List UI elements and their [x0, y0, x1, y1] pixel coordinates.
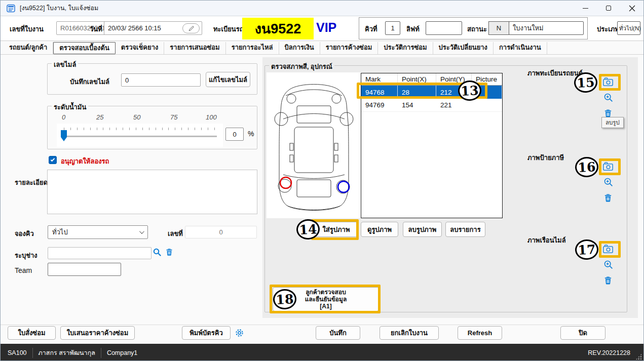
statusbar-user-name: ภาสกร สราพัฒนากุล	[39, 348, 95, 358]
plate-label: ทะเบียนรถ	[213, 24, 244, 34]
fuel-tick-0: 0	[62, 113, 65, 121]
tab-tire-check[interactable]: ตรวจเช็คยาง	[116, 42, 165, 54]
status-bar: SA100 ภาสกร สราพัฒนากุล Company1 REV.202…	[1, 344, 643, 361]
trash-icon	[603, 275, 613, 286]
queue-label: คิวที่	[365, 24, 377, 34]
resize-grip[interactable]	[635, 353, 642, 360]
tab-pending-repairs[interactable]: รายการค้างซ่อม	[320, 42, 378, 54]
annotation-box-16	[599, 158, 621, 175]
mechanic-clear-button[interactable]	[165, 248, 174, 257]
view-picture-button[interactable]: ดูรูปภาพ	[361, 222, 398, 237]
lift-field[interactable]	[426, 21, 462, 35]
mechanic-search-button[interactable]	[153, 248, 162, 257]
statusbar-revision: REV.20221228	[588, 349, 630, 356]
delete-picture-button[interactable]: ลบรูปภาพ	[403, 222, 442, 237]
zoom-button[interactable]	[602, 258, 615, 271]
delete-item-button[interactable]: ลบรายการ	[445, 222, 485, 237]
minimize-button[interactable]	[574, 1, 597, 16]
queue-booking-select[interactable]: ทั่วไป	[48, 225, 148, 239]
fuel-slider[interactable]	[57, 124, 223, 147]
detail-textarea[interactable]	[47, 170, 257, 214]
lift-label: ลิฟท์	[406, 24, 420, 34]
pencil-icon	[188, 25, 195, 32]
photo-plate-label: ภาพทะเบียนรถยนต์	[527, 68, 583, 78]
zoom-button[interactable]	[602, 176, 615, 188]
print-settings-button[interactable]	[234, 328, 245, 338]
save-button[interactable]: บันทึก	[316, 326, 360, 340]
zoom-button[interactable]	[602, 91, 615, 104]
checkmark-icon	[51, 157, 55, 161]
date-edit-button[interactable]	[182, 23, 200, 33]
close-button[interactable]	[620, 1, 643, 16]
tab-operations[interactable]: การดำเนินงาน	[494, 42, 547, 54]
type-field[interactable]: ทั่วไป(N)	[617, 21, 640, 35]
team-label: Team	[15, 266, 32, 274]
minimize-icon	[583, 8, 588, 9]
allow-test-drive-label: อนุญาตให้ลองรถ	[61, 156, 109, 167]
queue-booking-label: จองคิว	[15, 228, 34, 239]
header-bar: เลขที่ใบงาน R01660320001 วันที่ 20/03/ 2…	[1, 16, 643, 41]
vip-badge: VIP	[316, 20, 336, 35]
annotation-box-15	[599, 74, 621, 91]
chevron-down-icon	[139, 229, 144, 234]
refresh-button[interactable]: Refresh	[458, 326, 502, 340]
title-bar: [งน9522] ใบงาน, ใบแจ้งซ่อม	[1, 1, 643, 16]
fuel-slider-track[interactable]	[63, 136, 217, 137]
status-label: สถานะ	[467, 24, 487, 34]
detail-label: รายละเอียด	[15, 177, 48, 188]
car-top-view-icon	[267, 72, 361, 218]
tab-billing[interactable]: บิลการเงิน	[279, 42, 320, 54]
delete-photo-button[interactable]	[602, 274, 615, 287]
fuel-value-field[interactable]: 0	[225, 128, 244, 141]
footer-separator	[1, 325, 643, 325]
tab-initial-inspection[interactable]: ตรวจสอบเบื้องต้น	[53, 42, 116, 54]
mileage-record-label: บันทึกเลขไมล์	[70, 76, 109, 87]
mechanic-field[interactable]	[48, 247, 151, 259]
cell-point-y: 221	[436, 99, 472, 111]
tab-tire-change-history[interactable]: ประวัติเปลี่ยนยาง	[433, 42, 494, 54]
statusbar-separator	[32, 348, 33, 358]
edit-mileage-button[interactable]: แก้ไขเลขไมล์	[206, 72, 250, 87]
quote-pending-button[interactable]: ใบเสนอราคาค้างซ่อม	[60, 326, 135, 340]
cell-mark: 94769	[361, 99, 398, 111]
photo-odometer-label: ภาพเรือนไมล์	[527, 235, 566, 246]
window-title: [งน9522] ใบงาน, ใบแจ้งซ่อม	[20, 3, 98, 13]
fuel-slider-thumb[interactable]	[61, 130, 67, 141]
tab-repair-proposal[interactable]: รายการเสนอซ่อม	[164, 42, 225, 54]
print-queue-button[interactable]: พิมพ์บัตรคิว	[182, 326, 231, 340]
cell-picture	[472, 99, 502, 111]
work-order-label: เลขที่ใบงาน	[10, 24, 44, 34]
close-form-button[interactable]: ปิด	[560, 326, 605, 340]
delete-photo-tooltip: ลบรูป	[601, 117, 624, 128]
date-value: 20/03/ 2566 10:15	[108, 24, 161, 32]
delete-photo-button[interactable]	[602, 191, 615, 204]
number-field[interactable]: 0	[185, 226, 257, 238]
allow-test-drive-checkbox[interactable]	[49, 156, 57, 164]
statusbar-separator	[101, 348, 101, 358]
queue-booking-value: ทั่วไป	[52, 227, 68, 237]
maximize-button[interactable]	[597, 1, 620, 16]
queue-field[interactable]: 1	[385, 21, 400, 35]
app-window: [งน9522] ใบงาน, ใบแจ้งซ่อม เลขที่ใบงาน R…	[0, 0, 644, 361]
close-icon	[629, 5, 635, 12]
date-field[interactable]: 20/03/ 2566 10:15	[104, 21, 202, 35]
mileage-group-title: เลขไมล์	[52, 59, 78, 70]
tab-vehicle-customer[interactable]: รถยนต์/ลูกค้า	[4, 42, 53, 54]
car-diagram[interactable]	[267, 72, 361, 218]
damage-mark-red	[280, 177, 291, 188]
mileage-field[interactable]: 0	[121, 73, 201, 87]
tab-repair-history[interactable]: ประวัติการซ่อม	[378, 42, 433, 54]
zoom-in-icon	[603, 259, 614, 270]
cancel-work-order-button[interactable]: ยกเลิกใบงาน	[380, 326, 439, 340]
tab-parts-list[interactable]: รายการอะไหล่	[226, 42, 279, 54]
inspection-group-title: ตรวจสภาพสี, อุปกรณ์	[269, 61, 334, 72]
fuel-slider-ticks	[64, 128, 215, 130]
fuel-group-title: ระดับน้ำมัน	[52, 102, 88, 112]
team-field[interactable]	[48, 263, 121, 276]
tab-bar: รถยนต์/ลูกค้า ตรวจสอบเบื้องต้น ตรวจเช็คย…	[1, 42, 643, 55]
fuel-level-group: ระดับน้ำมัน 0 25 50 75 100 0 %	[47, 106, 257, 149]
annotation-box-17	[599, 241, 621, 258]
repair-order-button[interactable]: ใบสั่งซ่อม	[8, 326, 56, 340]
table-row[interactable]: 94769 154 221	[361, 99, 502, 112]
number-label: เลขที่	[168, 228, 183, 239]
